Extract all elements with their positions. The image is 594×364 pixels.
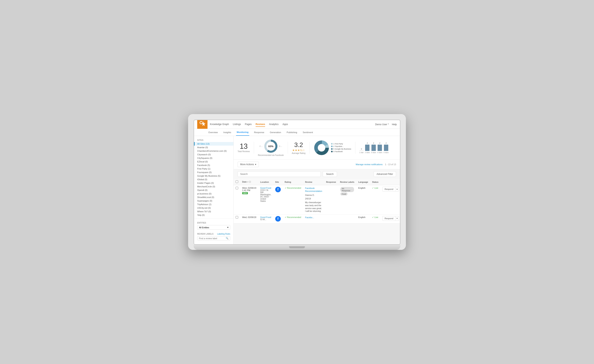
sidebar-item-pr-business[interactable]: pr.business (0) bbox=[194, 192, 233, 195]
sites-section-title: Sites bbox=[194, 138, 233, 142]
info-icon: ⓘ bbox=[249, 181, 251, 183]
sidebar-item-google-my-business[interactable]: Google My Business (5) bbox=[194, 174, 233, 178]
column-location: Location bbox=[258, 179, 273, 185]
entities-dropdown[interactable]: All Entities ▾ bbox=[197, 225, 230, 230]
row2-checkbox[interactable] bbox=[236, 216, 238, 218]
rating-stars: ★★★½☆ bbox=[292, 149, 305, 152]
row1-respond-dropdown[interactable]: ▾ bbox=[395, 187, 399, 192]
row1-status: ✓ Live bbox=[370, 185, 380, 214]
row1-location-name[interactable]: Good Food bbox=[260, 187, 271, 189]
nav-listings[interactable]: Listings bbox=[233, 122, 241, 127]
bar-2stars: 2 2 stars bbox=[365, 142, 370, 153]
row2-respond-dropdown[interactable]: ▾ bbox=[395, 216, 399, 221]
pie-chart-area: 1 First Party 2 TripAdvis... 5 Google My… bbox=[314, 140, 351, 156]
row1-review-date: 2/6/19 bbox=[305, 197, 322, 200]
column-review: Review bbox=[303, 179, 324, 185]
help-link[interactable]: Help bbox=[392, 123, 397, 126]
bar-5stars: 2 5 stars bbox=[384, 142, 389, 153]
sidebar-item-ezlocal[interactable]: EZlocal (0) bbox=[194, 160, 233, 163]
row1-review-title[interactable]: Facebook Recommendation bbox=[305, 187, 322, 193]
row1-location-country: United States bbox=[260, 198, 271, 202]
column-date[interactable]: Date ▾ ⓘ bbox=[240, 179, 258, 185]
legend-item-first-party: 1 First Party bbox=[331, 143, 351, 145]
nav-pages[interactable]: Pages bbox=[245, 122, 252, 127]
row2-rating: ✓ Recommended bbox=[283, 214, 303, 223]
row1-checkbox[interactable] bbox=[236, 187, 238, 189]
sidebar-item-showmelocal[interactable]: ShowMeLocal (0) bbox=[194, 195, 233, 199]
average-rating-number: 3.2 bbox=[292, 141, 305, 149]
label-no-response[interactable]: No Response bbox=[340, 187, 354, 192]
row2-respond-button[interactable]: Respond bbox=[382, 216, 395, 221]
more-actions-button[interactable]: More Actions ▾ bbox=[238, 162, 259, 167]
sub-navigation: Overview Insights Monitoring Response Ge… bbox=[194, 129, 400, 136]
row1-respond-button[interactable]: Respond bbox=[382, 187, 395, 192]
row1-location: Good Food 2224 I St. NW Washington, DC 2… bbox=[258, 185, 273, 214]
row2-language: English bbox=[356, 214, 370, 223]
column-actions bbox=[380, 179, 400, 185]
sidebar-item-iglobal[interactable]: iGlobal (0) bbox=[194, 178, 233, 181]
row1-response bbox=[324, 185, 338, 214]
tab-response[interactable]: Response bbox=[253, 129, 265, 136]
tab-sentiment[interactable]: Sentiment bbox=[302, 129, 314, 136]
search-row: Search Advanced Filter bbox=[234, 169, 400, 179]
toolbar-row: More Actions ▾ Manage review notificatio… bbox=[234, 160, 400, 169]
sidebar-item-citysearch[interactable]: Citysearch (0) bbox=[194, 153, 233, 156]
bar-1star: 0 1 star bbox=[359, 148, 364, 153]
donut-percent: 60% bbox=[268, 145, 273, 148]
sidebar-item-citysquares[interactable]: CitySquares (0) bbox=[194, 156, 233, 160]
row1-rating: ✓ Recommended bbox=[283, 185, 303, 214]
row2-review-title[interactable]: Facebo... bbox=[305, 216, 322, 219]
column-review-labels: Review Labels bbox=[338, 179, 356, 185]
donut-chart-box: 2 ... bbox=[258, 139, 284, 156]
search-input-wrap bbox=[238, 171, 321, 177]
pie-legend: 1 First Party 2 TripAdvis... 5 Google My… bbox=[331, 143, 351, 152]
facebook-icon-2: f bbox=[275, 216, 281, 222]
manage-notifications-link[interactable]: Manage review notifications bbox=[356, 163, 383, 165]
row2-checkbox-cell bbox=[234, 214, 240, 223]
select-all-checkbox[interactable] bbox=[236, 180, 238, 183]
tab-insights[interactable]: Insights bbox=[223, 129, 232, 136]
nav-reviews[interactable]: Reviews bbox=[256, 122, 265, 127]
sidebar-item-yelp[interactable]: Yelp (0) bbox=[194, 213, 233, 217]
advanced-filter-button[interactable]: Advanced Filter bbox=[374, 171, 396, 177]
row2-location-name[interactable]: Good Food bbox=[260, 216, 271, 218]
row2-review: Facebo... bbox=[303, 214, 324, 223]
sidebar-item-all-sites[interactable]: All Sites (13) bbox=[194, 142, 233, 146]
tab-publishing[interactable]: Publishing bbox=[286, 129, 298, 136]
label-food[interactable]: Food bbox=[340, 192, 347, 195]
nav-knowledge-graph[interactable]: Knowledge Graph bbox=[210, 122, 229, 127]
nav-apps[interactable]: Apps bbox=[283, 122, 288, 127]
bar-4stars: 2 4 stars bbox=[377, 142, 383, 153]
sidebar-item-facebook[interactable]: Facebook (5) bbox=[194, 163, 233, 167]
labeling-rules-link[interactable]: Labeling Rules bbox=[217, 233, 230, 235]
review-label-input[interactable] bbox=[199, 237, 225, 239]
sidebar-item-insider-pages[interactable]: Insider Pages (0) bbox=[194, 181, 233, 185]
tab-generation[interactable]: Generation bbox=[269, 129, 282, 136]
review-labels-title: Review Labels bbox=[197, 233, 213, 235]
row1-live-badge: ✓ Live bbox=[372, 187, 378, 189]
row2-recommended: ✓ Recommended bbox=[285, 216, 301, 218]
sidebar-item-superpages[interactable]: Superpages (0) bbox=[194, 199, 233, 203]
new-badge: NEW bbox=[242, 192, 248, 194]
tab-monitoring[interactable]: Monitoring bbox=[236, 129, 249, 136]
row1-labels: No Response Food bbox=[338, 185, 356, 214]
total-reviews-number: 13 bbox=[238, 143, 250, 150]
sidebar-item-chamberofcommerce[interactable]: ChamberofCommerce.com (0) bbox=[194, 149, 233, 153]
sidebar-item-first-party[interactable]: First Party (1) bbox=[194, 167, 233, 171]
sidebar-item-tripadvisor[interactable]: TripAdvisor (2) bbox=[194, 203, 233, 206]
total-reviews-stat: 13 Total Reviews bbox=[238, 143, 250, 152]
user-menu[interactable]: Demo User * bbox=[375, 123, 389, 126]
search-input[interactable] bbox=[240, 173, 318, 175]
search-button[interactable]: Search bbox=[323, 171, 337, 177]
tab-overview[interactable]: Overview bbox=[208, 129, 219, 136]
sidebar-item-uscity[interactable]: USCity.net (0) bbox=[194, 206, 233, 210]
donut-label-3: 3 ... bbox=[279, 145, 282, 147]
sidebar-item-foursquare[interactable]: Foursquare (0) bbox=[194, 171, 233, 174]
sidebar-item-avantar[interactable]: Avantar (0) bbox=[194, 146, 233, 149]
sidebar-item-opendi[interactable]: Opendi (0) bbox=[194, 188, 233, 192]
pagination-info: 1 - 13 of 13 bbox=[385, 163, 396, 165]
sidebar-item-where-to[interactable]: Where To? (0) bbox=[194, 210, 233, 213]
pie-chart bbox=[314, 140, 330, 156]
nav-analytics[interactable]: Analytics bbox=[269, 122, 279, 127]
sidebar-item-merchantcircle[interactable]: MerchantCircle (0) bbox=[194, 185, 233, 188]
